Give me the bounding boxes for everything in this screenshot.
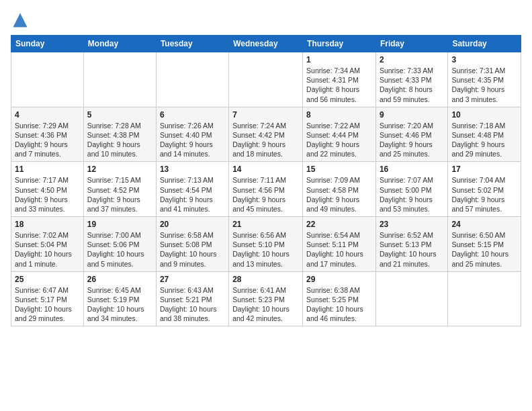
day-number: 6 (160, 110, 225, 120)
day-info: Sunrise: 7:00 AMSunset: 5:06 PMDaylight:… (87, 230, 152, 269)
day-info: Sunrise: 7:04 AMSunset: 5:02 PMDaylight:… (451, 175, 517, 214)
calendar-week-row: 25Sunrise: 6:47 AMSunset: 5:17 PMDayligh… (11, 271, 521, 326)
day-number: 23 (380, 220, 444, 229)
day-number: 21 (232, 220, 299, 229)
day-info: Sunrise: 6:41 AMSunset: 5:23 PMDaylight:… (232, 285, 299, 324)
weekday-header-wednesday: Wednesday (229, 36, 303, 52)
day-info: Sunrise: 7:31 AMSunset: 4:35 PMDaylight:… (451, 66, 517, 104)
weekday-header-thursday: Thursday (303, 36, 376, 52)
calendar-cell: 14Sunrise: 7:11 AMSunset: 4:56 PMDayligh… (229, 162, 303, 217)
day-info: Sunrise: 7:34 AMSunset: 4:31 PMDaylight:… (306, 66, 372, 104)
day-number: 25 (15, 275, 80, 284)
day-number: 5 (87, 110, 152, 120)
day-info: Sunrise: 6:56 AMSunset: 5:10 PMDaylight:… (232, 230, 299, 269)
day-number: 11 (15, 165, 80, 174)
calendar-cell: 5Sunrise: 7:28 AMSunset: 4:38 PMDaylight… (83, 107, 156, 162)
calendar-cell: 18Sunrise: 7:02 AMSunset: 5:04 PMDayligh… (11, 217, 84, 272)
weekday-header-monday: Monday (83, 36, 156, 52)
day-number: 1 (306, 55, 372, 64)
day-number: 13 (160, 165, 225, 174)
calendar-cell (83, 52, 156, 107)
calendar-cell: 24Sunrise: 6:50 AMSunset: 5:15 PMDayligh… (448, 217, 521, 272)
calendar-cell: 21Sunrise: 6:56 AMSunset: 5:10 PMDayligh… (229, 217, 303, 272)
calendar-cell (375, 271, 447, 326)
calendar-cell: 25Sunrise: 6:47 AMSunset: 5:17 PMDayligh… (11, 271, 84, 326)
day-number: 3 (451, 55, 517, 64)
calendar-cell: 13Sunrise: 7:13 AMSunset: 4:54 PMDayligh… (156, 162, 228, 217)
day-number: 16 (380, 165, 444, 174)
day-info: Sunrise: 7:09 AMSunset: 4:58 PMDaylight:… (306, 175, 372, 214)
day-number: 29 (306, 275, 372, 284)
day-info: Sunrise: 7:24 AMSunset: 4:42 PMDaylight:… (232, 121, 299, 159)
day-info: Sunrise: 7:33 AMSunset: 4:33 PMDaylight:… (380, 66, 444, 104)
day-info: Sunrise: 7:20 AMSunset: 4:46 PMDaylight:… (380, 121, 444, 159)
calendar-cell (229, 52, 303, 107)
calendar-cell: 11Sunrise: 7:17 AMSunset: 4:50 PMDayligh… (11, 162, 84, 217)
day-number: 8 (306, 110, 372, 120)
calendar-cell: 7Sunrise: 7:24 AMSunset: 4:42 PMDaylight… (229, 107, 303, 162)
weekday-header-friday: Friday (375, 36, 447, 52)
day-number: 24 (451, 220, 517, 229)
calendar-cell (156, 52, 228, 107)
calendar-cell: 2Sunrise: 7:33 AMSunset: 4:33 PMDaylight… (375, 52, 447, 107)
day-info: Sunrise: 6:43 AMSunset: 5:21 PMDaylight:… (160, 285, 225, 324)
calendar-week-row: 18Sunrise: 7:02 AMSunset: 5:04 PMDayligh… (11, 217, 521, 272)
day-info: Sunrise: 6:47 AMSunset: 5:17 PMDaylight:… (15, 285, 80, 324)
day-number: 15 (306, 165, 372, 174)
calendar-table: SundayMondayTuesdayWednesdayThursdayFrid… (11, 35, 521, 326)
day-number: 26 (87, 275, 152, 284)
calendar-week-row: 1Sunrise: 7:34 AMSunset: 4:31 PMDaylight… (11, 52, 521, 107)
day-info: Sunrise: 7:02 AMSunset: 5:04 PMDaylight:… (15, 230, 80, 269)
calendar-cell: 1Sunrise: 7:34 AMSunset: 4:31 PMDaylight… (303, 52, 376, 107)
calendar-cell: 8Sunrise: 7:22 AMSunset: 4:44 PMDaylight… (303, 107, 376, 162)
calendar-cell: 23Sunrise: 6:52 AMSunset: 5:13 PMDayligh… (375, 217, 447, 272)
day-info: Sunrise: 7:22 AMSunset: 4:44 PMDaylight:… (306, 121, 372, 159)
calendar-cell: 20Sunrise: 6:58 AMSunset: 5:08 PMDayligh… (156, 217, 228, 272)
day-number: 27 (160, 275, 225, 284)
day-info: Sunrise: 7:18 AMSunset: 4:48 PMDaylight:… (451, 121, 517, 159)
calendar-cell: 19Sunrise: 7:00 AMSunset: 5:06 PMDayligh… (83, 217, 156, 272)
calendar-cell: 27Sunrise: 6:43 AMSunset: 5:21 PMDayligh… (156, 271, 228, 326)
day-info: Sunrise: 6:50 AMSunset: 5:15 PMDaylight:… (451, 230, 517, 269)
calendar-cell: 22Sunrise: 6:54 AMSunset: 5:11 PMDayligh… (303, 217, 376, 272)
calendar-cell: 6Sunrise: 7:26 AMSunset: 4:40 PMDaylight… (156, 107, 228, 162)
calendar-cell: 10Sunrise: 7:18 AMSunset: 4:48 PMDayligh… (448, 107, 521, 162)
calendar-cell: 28Sunrise: 6:41 AMSunset: 5:23 PMDayligh… (229, 271, 303, 326)
calendar-cell: 17Sunrise: 7:04 AMSunset: 5:02 PMDayligh… (448, 162, 521, 217)
calendar-cell: 4Sunrise: 7:29 AMSunset: 4:36 PMDaylight… (11, 107, 84, 162)
day-info: Sunrise: 7:17 AMSunset: 4:50 PMDaylight:… (15, 175, 80, 214)
logo-icon (11, 11, 30, 30)
day-number: 7 (232, 110, 299, 120)
day-info: Sunrise: 7:13 AMSunset: 4:54 PMDaylight:… (160, 175, 225, 214)
day-number: 20 (160, 220, 225, 229)
calendar-cell: 9Sunrise: 7:20 AMSunset: 4:46 PMDaylight… (375, 107, 447, 162)
day-number: 4 (15, 110, 80, 120)
day-number: 17 (451, 165, 517, 174)
day-info: Sunrise: 6:52 AMSunset: 5:13 PMDaylight:… (380, 230, 444, 269)
calendar-cell: 12Sunrise: 7:15 AMSunset: 4:52 PMDayligh… (83, 162, 156, 217)
day-number: 19 (87, 220, 152, 229)
calendar-cell (448, 271, 521, 326)
day-info: Sunrise: 7:29 AMSunset: 4:36 PMDaylight:… (15, 121, 80, 159)
calendar-cell: 16Sunrise: 7:07 AMSunset: 5:00 PMDayligh… (375, 162, 447, 217)
day-info: Sunrise: 7:15 AMSunset: 4:52 PMDaylight:… (87, 175, 152, 214)
calendar-cell: 15Sunrise: 7:09 AMSunset: 4:58 PMDayligh… (303, 162, 376, 217)
day-info: Sunrise: 6:54 AMSunset: 5:11 PMDaylight:… (306, 230, 372, 269)
day-info: Sunrise: 6:38 AMSunset: 5:25 PMDaylight:… (306, 285, 372, 324)
day-number: 10 (451, 110, 517, 120)
day-number: 2 (380, 55, 444, 64)
day-info: Sunrise: 7:11 AMSunset: 4:56 PMDaylight:… (232, 175, 299, 214)
calendar-week-row: 11Sunrise: 7:17 AMSunset: 4:50 PMDayligh… (11, 162, 521, 217)
day-info: Sunrise: 7:26 AMSunset: 4:40 PMDaylight:… (160, 121, 225, 159)
weekday-header-tuesday: Tuesday (156, 36, 228, 52)
day-number: 12 (87, 165, 152, 174)
logo (11, 11, 32, 30)
day-info: Sunrise: 7:07 AMSunset: 5:00 PMDaylight:… (380, 175, 444, 214)
calendar-cell: 29Sunrise: 6:38 AMSunset: 5:25 PMDayligh… (303, 271, 376, 326)
calendar-week-row: 4Sunrise: 7:29 AMSunset: 4:36 PMDaylight… (11, 107, 521, 162)
calendar-cell: 26Sunrise: 6:45 AMSunset: 5:19 PMDayligh… (83, 271, 156, 326)
weekday-header-row: SundayMondayTuesdayWednesdayThursdayFrid… (11, 36, 521, 52)
day-number: 18 (15, 220, 80, 229)
weekday-header-saturday: Saturday (448, 36, 521, 52)
svg-marker-1 (13, 13, 28, 28)
